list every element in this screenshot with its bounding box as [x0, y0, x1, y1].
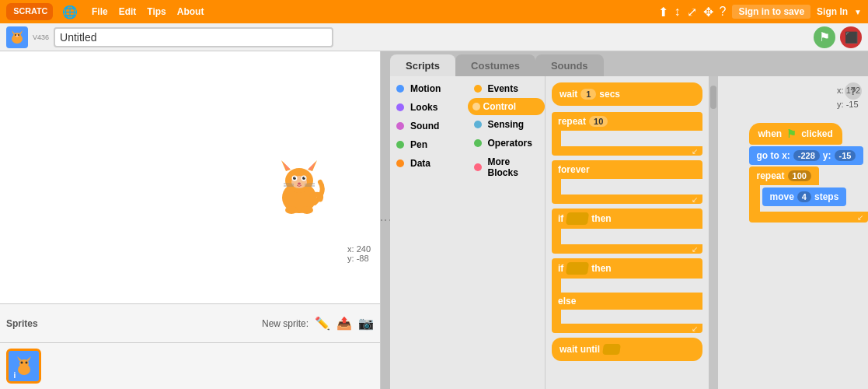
- svg-point-22: [298, 183, 301, 185]
- globe-icon[interactable]: 🌐: [62, 5, 78, 19]
- forever-c-inner: [561, 179, 702, 194]
- repeat-arrow: ↙: [692, 147, 698, 156]
- category-events[interactable]: Events: [468, 79, 546, 98]
- forever-label: forever: [558, 164, 590, 175]
- if-else-bottom: ↙: [552, 324, 702, 333]
- move-block[interactable]: move 4 steps: [762, 187, 847, 206]
- repeat-c-block[interactable]: repeat 10 ↙: [552, 112, 702, 156]
- repeat-100-arrow: ↙: [857, 213, 863, 222]
- svg-point-34: [25, 361, 27, 363]
- stop-button[interactable]: ⬛: [840, 26, 862, 48]
- repeat-c-left: [552, 131, 561, 146]
- stage-area: x: 240 y: -88 Sprites New sprite: ✏️ 📤 📷: [0, 51, 381, 389]
- sign-in-button[interactable]: Sign In: [817, 6, 848, 17]
- if-then-c-block[interactable]: if then ↙: [552, 209, 702, 254]
- if-else-c-block[interactable]: if then else: [552, 258, 702, 333]
- upload-icon[interactable]: ⬆: [658, 5, 668, 19]
- tab-scripts[interactable]: Scripts: [390, 54, 455, 76]
- scrollbar-thumb: [710, 86, 716, 109]
- goto-block[interactable]: go to x: -228 y: -15: [749, 146, 864, 165]
- sprite-thumbnail-small: [6, 26, 28, 48]
- goto-y-input[interactable]: -15: [835, 150, 856, 161]
- right-categories: Events Control Sensing Operators: [468, 76, 546, 185]
- repeat-input[interactable]: 10: [589, 116, 608, 127]
- if-c-left: [552, 229, 561, 244]
- draw-sprite-button[interactable]: ✏️: [315, 316, 330, 331]
- svg-marker-4: [12, 30, 15, 34]
- forever-arrow: ↙: [692, 195, 698, 204]
- forever-c-block[interactable]: forever ↙: [552, 160, 702, 204]
- project-name-input[interactable]: [54, 27, 333, 47]
- menu-bar: SCRATCH 🌐 File Edit Tips About ⬆ ↕ ⤢ ✥ ?…: [0, 0, 868, 23]
- if-else-else-row: [552, 310, 702, 324]
- help-top-icon[interactable]: ?: [720, 5, 727, 19]
- repeat-100-c-block[interactable]: repeat 100 move 4 steps: [749, 166, 869, 223]
- palette-scrollbar[interactable]: [709, 76, 718, 389]
- if-arrow: ↙: [692, 245, 698, 254]
- wait-input[interactable]: 1: [580, 89, 596, 100]
- wait-until-block[interactable]: wait until: [552, 338, 702, 361]
- svg-point-33: [20, 361, 23, 363]
- transfer-icon[interactable]: ↕: [675, 5, 681, 19]
- if-c-bottom: ↙: [552, 244, 702, 254]
- goto-x-input[interactable]: -228: [793, 150, 820, 161]
- camera-sprite-button[interactable]: 📷: [358, 316, 374, 331]
- sprite-info-icon[interactable]: i: [10, 370, 19, 380]
- svg-marker-32: [26, 356, 31, 361]
- category-more-blocks[interactable]: More Blocks: [468, 152, 546, 182]
- edit-menu[interactable]: Edit: [114, 5, 141, 19]
- category-looks[interactable]: Looks: [390, 98, 468, 117]
- if-else-top: if then: [552, 258, 702, 279]
- tips-menu[interactable]: Tips: [142, 5, 170, 19]
- category-operators[interactable]: Operators: [468, 134, 546, 152]
- category-motion[interactable]: Motion: [390, 79, 468, 98]
- hat-block[interactable]: when ⚑ clicked: [749, 123, 842, 145]
- if-then-top: if then: [552, 209, 702, 229]
- category-sensing[interactable]: Sensing: [468, 115, 546, 134]
- sign-in-arrow: ▼: [854, 8, 862, 16]
- version-label: V436: [33, 33, 49, 41]
- stage-coordinates: x: 240 y: -88: [344, 243, 374, 265]
- move-input[interactable]: 4: [797, 191, 811, 202]
- wait-label: wait: [559, 89, 577, 100]
- green-flag-button[interactable]: ⚑: [814, 26, 835, 48]
- if-else-then-row: [552, 279, 702, 293]
- if-else-inner2: [561, 310, 702, 324]
- stage-editor-divider[interactable]: ⋮: [381, 51, 390, 389]
- sign-in-save-button[interactable]: Sign in to save: [732, 5, 810, 19]
- goto-y-label: y:: [823, 150, 831, 161]
- sprite-1-thumbnail[interactable]: i: [6, 349, 41, 384]
- svg-marker-31: [17, 356, 22, 361]
- fullscreen-icon[interactable]: ⤢: [687, 5, 697, 19]
- file-menu[interactable]: File: [87, 5, 113, 19]
- cat-sprite[interactable]: [264, 152, 334, 225]
- stage-canvas[interactable]: x: 240 y: -88: [0, 51, 380, 303]
- repeat-100-input[interactable]: 100: [788, 170, 811, 181]
- script-workspace[interactable]: ? x: 172 y: -15 when ⚑ clicked: [718, 76, 869, 389]
- tab-sounds[interactable]: Sounds: [535, 54, 604, 76]
- data-label: Data: [410, 158, 431, 169]
- motion-label: Motion: [410, 83, 441, 94]
- pen-label: Pen: [410, 139, 427, 150]
- if-else-left1: [552, 279, 561, 293]
- category-data[interactable]: Data: [390, 154, 468, 173]
- green-flag-icon: ⚑: [786, 128, 797, 140]
- sensing-label: Sensing: [488, 119, 525, 130]
- wait-until-label: wait until: [559, 344, 600, 355]
- upload-sprite-button[interactable]: 📤: [336, 316, 352, 331]
- svg-point-8: [18, 34, 19, 36]
- category-pen[interactable]: Pen: [390, 135, 468, 154]
- category-control[interactable]: Control: [468, 98, 546, 115]
- category-sound[interactable]: Sound: [390, 117, 468, 135]
- svg-point-21: [304, 177, 305, 178]
- if-else-arrow: ↙: [692, 324, 698, 333]
- svg-point-28: [301, 206, 313, 214]
- secs-label: secs: [599, 89, 620, 100]
- about-menu[interactable]: About: [173, 5, 209, 19]
- turbo-icon[interactable]: ✥: [703, 5, 713, 19]
- control-dot: [472, 103, 480, 110]
- looks-label: Looks: [410, 102, 437, 113]
- if-c-inner-row: [552, 229, 702, 244]
- tab-costumes[interactable]: Costumes: [455, 54, 535, 76]
- wait-block[interactable]: wait 1 secs: [552, 82, 702, 106]
